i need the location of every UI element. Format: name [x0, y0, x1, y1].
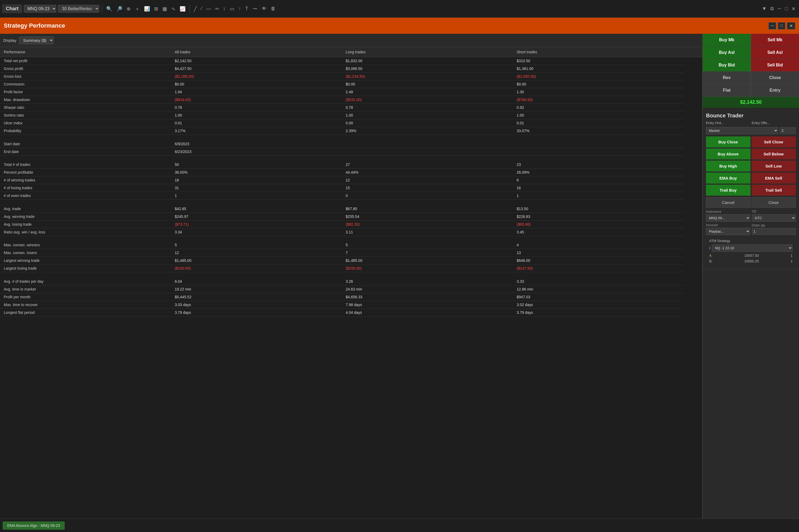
window-max-icon[interactable]: □: [783, 5, 789, 12]
order-buttons-row-5: Flat Entry: [703, 84, 799, 97]
double-dash-icon[interactable]: ═: [214, 5, 220, 12]
account-label: Account: [706, 223, 750, 227]
row-long-value: $1,832.00: [342, 57, 513, 65]
col-header-short: Short trades: [513, 47, 684, 57]
sell-bid-button[interactable]: Sell Bid: [751, 59, 799, 71]
text-icon[interactable]: T: [244, 5, 249, 12]
widget-title: Bounce Trader: [706, 113, 796, 119]
row-all-value: $42.85: [171, 205, 342, 213]
buy-above-button[interactable]: Buy Above: [706, 149, 750, 159]
sell-asl-button[interactable]: Sell Asl: [751, 46, 799, 59]
sell-low-button[interactable]: Sell Low: [751, 160, 796, 172]
trail-sell-button[interactable]: Trail Sell: [751, 185, 796, 196]
instrument-select[interactable]: MNQ 09-23: [24, 5, 56, 13]
bar-icon[interactable]: ▦: [161, 5, 168, 12]
sell-below-button[interactable]: Sell Below: [751, 149, 796, 159]
zoom-in-icon[interactable]: ⊕: [125, 5, 132, 12]
zoom-out-icon[interactable]: 🔎: [115, 5, 124, 12]
rev-button[interactable]: Rev: [703, 72, 751, 84]
grid-icon[interactable]: ⊞: [153, 5, 160, 12]
entry-offs-input[interactable]: [780, 127, 796, 134]
row-all-value: $245.97: [171, 212, 342, 220]
row-label: Avg. trade: [0, 205, 171, 213]
diagonal-line-icon[interactable]: ╱: [192, 5, 198, 12]
row-all-value: 36.00%: [171, 169, 342, 176]
row-label: Avg. winning trade: [0, 212, 171, 220]
table-row: Avg. trade$42.85$67.85$13.50: [0, 205, 702, 213]
cancel-btn[interactable]: Cancel: [706, 197, 750, 208]
trash-icon[interactable]: 🗑: [270, 5, 277, 12]
table-row: Gross profit$4,427.50$3,066.50$1,361.00: [0, 65, 702, 73]
table-container[interactable]: Performance All trades Long trades Short…: [0, 47, 702, 532]
close-icon[interactable]: ✕: [790, 5, 797, 12]
magnify-glass-icon[interactable]: 🔍: [105, 5, 113, 12]
header-minimize-btn[interactable]: ─: [768, 22, 776, 30]
buy-bid-button[interactable]: Buy Bid: [703, 59, 751, 71]
close-btn[interactable]: Close: [751, 197, 796, 208]
header-maximize-btn[interactable]: □: [778, 22, 785, 30]
window-min-icon[interactable]: ─: [776, 5, 782, 12]
line-icon[interactable]: ∿: [170, 5, 177, 12]
tif-value-select[interactable]: GTC: [752, 214, 796, 222]
sell-mk-button[interactable]: Sell Mk: [751, 34, 799, 46]
wave-icon[interactable]: 〜: [251, 5, 259, 13]
col-header-performance: Performance: [0, 47, 171, 57]
chart-icon[interactable]: 📊: [143, 5, 151, 12]
window-restore-icon[interactable]: ⧉: [769, 5, 775, 12]
row-label: Gross loss: [0, 73, 171, 80]
atm-info-icon[interactable]: i: [709, 246, 710, 251]
up-icon[interactable]: ↑: [237, 5, 242, 12]
row-long-value: $1,485.00: [342, 257, 513, 265]
candle-icon[interactable]: 📈: [178, 5, 187, 12]
plus-icon[interactable]: ＋: [133, 5, 141, 13]
chart-tab[interactable]: Chart: [2, 4, 22, 13]
buy-high-button[interactable]: Buy High: [706, 160, 750, 172]
atm-select[interactable]: NQ -1 22-10: [712, 244, 793, 252]
price-a-label: A:: [709, 253, 712, 258]
row-all-value: 5: [171, 241, 342, 249]
buy-mk-button[interactable]: Buy Mk: [703, 34, 751, 46]
performance-table: Performance All trades Long trades Short…: [0, 47, 702, 317]
header-close-btn[interactable]: ✕: [787, 22, 795, 30]
arrow-icon[interactable]: ↕: [222, 5, 227, 12]
entry-button[interactable]: Entry: [751, 84, 799, 96]
flat-button[interactable]: Flat: [703, 84, 751, 96]
sell-close-button[interactable]: Sell Close: [751, 136, 796, 147]
instrument-tif-row: Instrument MNQ 09... TIF GTC: [706, 210, 796, 222]
tif-col: TIF GTC: [752, 210, 796, 222]
instrument-value-select[interactable]: MNQ 09...: [706, 214, 750, 222]
display-select[interactable]: Summary ($): [19, 36, 54, 44]
row-label: Percent profitable: [0, 169, 171, 176]
row-all-value: 1.94: [171, 88, 342, 96]
close-button[interactable]: Close: [751, 72, 799, 84]
bottom-tab[interactable]: EMA Bounce Algo - MNQ 09-23: [3, 521, 64, 530]
rect-icon[interactable]: ▭: [228, 5, 236, 12]
slash-icon[interactable]: ⁄: [200, 5, 203, 12]
row-long-value: $255.54: [342, 212, 513, 220]
buy-close-button[interactable]: Buy Close: [706, 136, 750, 147]
trail-buy-button[interactable]: Trail Buy: [706, 185, 750, 196]
display-bar: Display Summary ($): [0, 34, 702, 47]
spacer-row: [0, 135, 702, 140]
entry-ord-select[interactable]: Market: [706, 127, 778, 134]
account-value-select[interactable]: Playbac...: [706, 228, 750, 235]
row-short-value: ($1,050.50): [513, 73, 684, 80]
order-qty-input[interactable]: [752, 228, 796, 235]
chart-type-select[interactable]: 30 BetterRenko: [58, 5, 99, 13]
row-long-value: 2.48: [342, 88, 513, 96]
buy-asl-button[interactable]: Buy Asl: [703, 46, 751, 59]
eye-icon[interactable]: 👁: [260, 5, 268, 12]
row-label: Gross profit: [0, 65, 171, 73]
ema-buy-button[interactable]: EMA Buy: [706, 173, 750, 184]
row-all-value: $4,427.50: [171, 65, 342, 73]
order-buttons-row-3: Buy Bid Sell Bid: [703, 59, 799, 72]
ema-sell-button[interactable]: EMA Sell: [751, 173, 796, 184]
action-buttons-grid: Buy Close Sell Close Buy Above Sell Belo…: [706, 136, 796, 196]
instrument-col: Instrument MNQ 09...: [706, 210, 750, 222]
spacer-row: [0, 200, 702, 205]
row-short-value: $0.00: [513, 80, 684, 88]
order-buttons-row-1: Buy Mk Sell Mk: [703, 34, 799, 46]
row-short-value: [513, 140, 684, 148]
dash-icon[interactable]: —: [205, 5, 212, 12]
dropdown-icon[interactable]: ▼: [761, 5, 768, 12]
